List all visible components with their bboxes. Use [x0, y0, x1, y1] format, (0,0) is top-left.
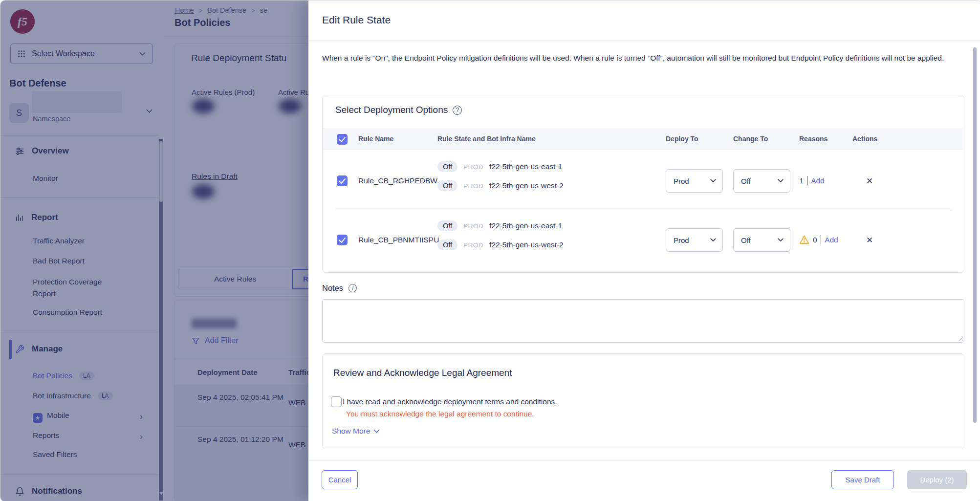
legal-agreement-title: Review and Acknowledge Legal Agreement	[333, 368, 512, 378]
app-window: f5 Select Workspace Bot Defense S Namesp…	[0, 0, 980, 501]
warning-icon	[799, 235, 809, 244]
chevron-down-icon	[778, 179, 784, 183]
edit-rule-state-modal: Edit Rule State When a rule is “On”, the…	[308, 0, 980, 501]
modal-scrollbar-thumb[interactable]	[973, 47, 977, 423]
modal-description: When a rule is “On”, the Endpoint Policy…	[322, 51, 960, 65]
deployment-options-card: Select Deployment Options ? Rule Name Ru…	[322, 95, 964, 273]
row-checkbox[interactable]	[337, 235, 348, 245]
infra-line: Off PROD f22-5th-gen-us-east-1	[437, 159, 564, 174]
deployment-options-title: Select Deployment Options	[335, 105, 448, 115]
infra-line: Off PROD f22-5th-gen-us-east-1	[437, 218, 564, 233]
rule-name-cell: Rule_CB_PBNMTIISPU	[358, 211, 439, 269]
row-divider	[335, 210, 952, 210]
column-actions: Actions	[852, 135, 877, 143]
rule-state-cell: Off PROD f22-5th-gen-us-east-1 Off PROD …	[437, 159, 564, 193]
close-icon: ✕	[866, 235, 873, 245]
infra-name: f22-5th-gen-us-east-1	[489, 221, 562, 230]
notes-label-row: Notes i	[322, 283, 357, 293]
notes-textarea[interactable]	[322, 299, 964, 343]
chevron-down-icon	[373, 429, 380, 434]
column-deploy-to: Deploy To	[666, 135, 698, 143]
column-rule-name: Rule Name	[358, 135, 393, 143]
notes-label: Notes	[322, 283, 343, 293]
reasons-cell: 0 Add	[799, 211, 838, 269]
cancel-button[interactable]: Cancel	[322, 470, 358, 489]
rule-state-pill: Off	[437, 180, 457, 191]
modal-title: Edit Rule State	[322, 14, 391, 26]
change-to-select[interactable]: Off	[733, 228, 790, 252]
select-all-checkbox[interactable]	[337, 134, 348, 145]
select-value: Prod	[674, 236, 689, 244]
column-reasons: Reasons	[799, 135, 828, 143]
env-label: PROD	[463, 241, 483, 249]
rule-state-pill: Off	[437, 240, 457, 250]
column-change-to: Change To	[733, 135, 768, 143]
deploy-to-select[interactable]: Prod	[666, 228, 723, 252]
modal-footer-divider	[308, 460, 980, 460]
modal-backdrop[interactable]	[0, 0, 309, 501]
reasons-cell: 1 Add	[799, 152, 825, 210]
select-value: Off	[741, 177, 751, 185]
notes-field-wrapper	[322, 299, 964, 343]
rule-name-cell: Rule_CB_RGHPEDBW...	[358, 152, 443, 210]
legal-agreement-checkbox[interactable]	[331, 396, 342, 407]
reasons-count: 1	[799, 176, 804, 185]
rule-state-pill: Off	[437, 220, 457, 231]
legal-agreement-error: You must acknowledge the legal agreement…	[346, 410, 534, 418]
reasons-separator	[807, 176, 808, 185]
option-row: Rule_CB_PBNMTIISPU Off PROD f22-5th-gen-…	[323, 211, 964, 269]
info-icon[interactable]: i	[348, 284, 357, 292]
infra-line: Off PROD f22-5th-gen-us-west-2	[437, 238, 564, 252]
close-icon: ✕	[866, 176, 873, 186]
infra-name: f22-5th-gen-us-east-1	[489, 162, 562, 171]
add-reason-link[interactable]: Add	[811, 176, 825, 185]
option-row: Rule_CB_RGHPEDBW... Off PROD f22-5th-gen…	[323, 152, 964, 210]
select-value: Off	[741, 236, 751, 244]
add-reason-link[interactable]: Add	[825, 236, 838, 244]
infra-name: f22-5th-gen-us-west-2	[489, 240, 564, 249]
save-draft-button[interactable]: Save Draft	[831, 470, 894, 489]
column-rule-state: Rule State and Bot Infra Name	[437, 135, 536, 143]
deployment-options-title-row: Select Deployment Options ?	[335, 105, 462, 115]
infra-name: f22-5th-gen-us-west-2	[489, 181, 564, 190]
help-icon[interactable]: ?	[453, 106, 462, 115]
change-to-select[interactable]: Off	[733, 169, 790, 193]
deploy-button[interactable]: Deploy (2)	[907, 470, 967, 489]
deploy-to-select[interactable]: Prod	[666, 169, 723, 193]
row-checkbox[interactable]	[337, 175, 348, 186]
reasons-separator	[821, 235, 822, 244]
chevron-down-icon	[778, 238, 784, 242]
env-label: PROD	[463, 222, 483, 230]
remove-row-button[interactable]: ✕	[866, 211, 873, 269]
env-label: PROD	[463, 182, 483, 190]
show-more-label: Show More	[332, 427, 370, 436]
rule-state-pill: Off	[437, 161, 457, 172]
modal-header-divider	[308, 41, 980, 41]
show-more-link[interactable]: Show More	[332, 427, 380, 436]
reasons-count: 0	[813, 236, 817, 244]
chevron-down-icon	[710, 238, 716, 242]
select-value: Prod	[674, 177, 689, 185]
rule-state-cell: Off PROD f22-5th-gen-us-east-1 Off PROD …	[437, 218, 564, 252]
options-table-header: Rule Name Rule State and Bot Infra Name …	[323, 129, 964, 150]
legal-agreement-label: I have read and acknowledge deployment t…	[343, 397, 557, 406]
legal-agreement-card: Review and Acknowledge Legal Agreement I…	[322, 353, 964, 449]
remove-row-button[interactable]: ✕	[866, 152, 873, 210]
env-label: PROD	[463, 163, 483, 171]
infra-line: Off PROD f22-5th-gen-us-west-2	[437, 178, 564, 193]
chevron-down-icon	[710, 179, 716, 183]
